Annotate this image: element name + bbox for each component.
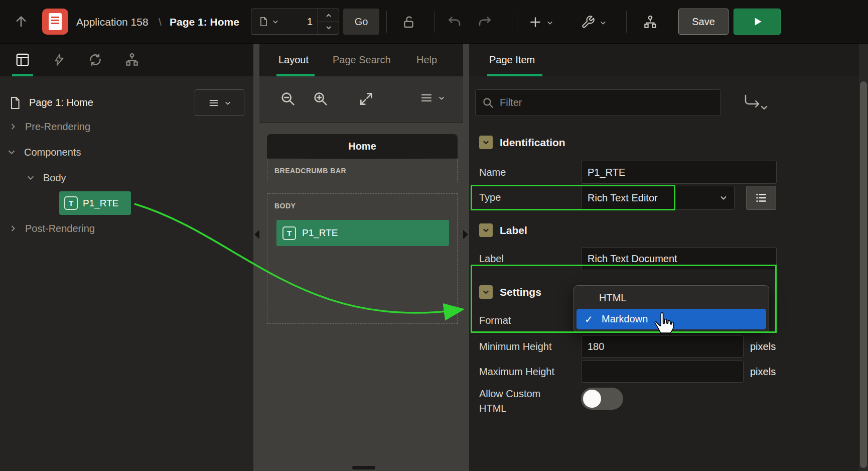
tree-root-page[interactable]: Page 1: Home bbox=[8, 89, 93, 116]
tree-item-components[interactable]: Components bbox=[6, 141, 81, 163]
shared-components-icon[interactable] bbox=[641, 13, 659, 31]
left-panel-tabbar bbox=[0, 44, 253, 76]
save-button[interactable]: Save bbox=[678, 9, 729, 35]
search-icon bbox=[482, 96, 495, 109]
type-select[interactable]: Rich Text Editor bbox=[581, 186, 735, 210]
section-collapse-icon[interactable] bbox=[479, 136, 493, 149]
page-stepper bbox=[318, 9, 339, 34]
tree-item-label: Components bbox=[24, 147, 81, 158]
unlock-icon[interactable] bbox=[400, 13, 418, 31]
minimum-height-input[interactable] bbox=[581, 335, 744, 358]
layout-menu-button[interactable] bbox=[420, 92, 445, 104]
top-toolbar: Application 158 \ Page 1: Home 1 Go bbox=[0, 0, 868, 44]
app-title: Application 158 bbox=[76, 0, 149, 44]
create-button[interactable] bbox=[528, 15, 543, 30]
sitemap-icon bbox=[124, 52, 139, 67]
layout-panel: Layout Page Search Help Home BREADCRUMB bbox=[253, 44, 469, 471]
tab-layout[interactable]: Layout bbox=[278, 44, 309, 76]
wrench-icon bbox=[581, 15, 595, 29]
up-arrow-icon[interactable] bbox=[13, 14, 29, 30]
breadcrumb-separator: \ bbox=[159, 0, 162, 44]
goto-group-icon bbox=[743, 94, 768, 112]
expand-icon[interactable] bbox=[358, 91, 374, 107]
refresh-loop-icon bbox=[88, 52, 103, 67]
filter-input[interactable] bbox=[475, 89, 721, 116]
text-item-icon: T bbox=[282, 226, 296, 240]
section-title: Settings bbox=[500, 286, 541, 298]
chevron-down-icon bbox=[224, 99, 231, 106]
collapse-left-panel-handle[interactable] bbox=[254, 230, 259, 239]
name-input[interactable] bbox=[581, 161, 777, 184]
region-breadcrumb-bar[interactable]: BREADCRUMB BAR bbox=[267, 159, 458, 182]
type-picker-button[interactable] bbox=[746, 186, 776, 210]
run-button[interactable] bbox=[734, 9, 781, 35]
utilities-button[interactable] bbox=[580, 14, 596, 30]
section-identification: Identification bbox=[479, 136, 565, 149]
tab-page-shared-components[interactable] bbox=[121, 49, 143, 71]
collapse-right-panel-handle[interactable] bbox=[463, 230, 468, 239]
allow-custom-html-label: Allow Custom HTML bbox=[479, 387, 554, 416]
minimum-height-unit: pixels bbox=[750, 335, 776, 358]
page-down-button[interactable] bbox=[318, 22, 339, 35]
tree-item-label: Pre-Rendering bbox=[25, 121, 90, 133]
canvas-page-header[interactable]: Home bbox=[267, 134, 458, 159]
tree-item-label: P1_RTE bbox=[83, 198, 118, 209]
region-body[interactable]: BODY T P1_RTE bbox=[267, 193, 458, 324]
allow-custom-html-toggle[interactable] bbox=[581, 388, 623, 410]
chevron-down-icon bbox=[6, 147, 17, 158]
format-label: Format bbox=[479, 308, 511, 332]
maximum-height-input[interactable] bbox=[581, 361, 744, 383]
tree-item-pre-rendering[interactable]: Pre-Rendering bbox=[8, 115, 90, 138]
zoom-in-icon[interactable] bbox=[312, 90, 329, 107]
section-title: Identification bbox=[500, 137, 565, 149]
goto-group-dropdown[interactable] bbox=[743, 94, 768, 112]
go-button[interactable]: Go bbox=[343, 9, 379, 35]
page-title: Page 1: Home bbox=[170, 0, 239, 44]
utilities-menu-chevron-icon[interactable] bbox=[599, 19, 607, 27]
create-menu-chevron-icon[interactable] bbox=[546, 19, 554, 27]
tree-item-post-rendering[interactable]: Post-Rendering bbox=[8, 217, 95, 240]
undo-icon[interactable] bbox=[446, 14, 464, 31]
tree-item-body[interactable]: Body bbox=[25, 167, 66, 189]
tree-menu-button[interactable] bbox=[195, 89, 244, 116]
redo-icon[interactable] bbox=[476, 14, 494, 31]
tab-processing[interactable] bbox=[84, 49, 106, 71]
chevron-right-icon bbox=[8, 223, 18, 233]
page-selector: 1 bbox=[251, 9, 339, 35]
page-designer: Application 158 \ Page 1: Home 1 Go bbox=[0, 0, 868, 471]
menu-item-html[interactable]: HTML bbox=[575, 287, 768, 309]
tab-dynamic-actions[interactable] bbox=[48, 49, 70, 71]
tree-item-p1-rte-selected[interactable]: T P1_RTE bbox=[59, 191, 131, 215]
section-collapse-icon[interactable] bbox=[479, 285, 493, 299]
tree-root-label: Page 1: Home bbox=[29, 97, 93, 108]
chevron-down-icon bbox=[25, 172, 36, 183]
toggle-knob bbox=[583, 390, 601, 408]
chevron-down-icon bbox=[719, 193, 728, 202]
rendering-tree-panel: Page 1: Home Pre-Rendering Components Bo… bbox=[0, 76, 253, 471]
minimum-height-label: Minimum Height bbox=[479, 335, 551, 358]
page-up-button[interactable] bbox=[318, 9, 339, 22]
section-collapse-icon[interactable] bbox=[479, 223, 493, 237]
menu-item-markdown[interactable]: ✓ Markdown bbox=[576, 309, 766, 329]
tab-help[interactable]: Help bbox=[416, 44, 437, 76]
zoom-out-icon[interactable] bbox=[279, 90, 297, 107]
label-input[interactable] bbox=[581, 247, 777, 270]
center-tabbar: Layout Page Search Help bbox=[259, 44, 463, 76]
page-number-input[interactable]: 1 bbox=[279, 16, 318, 28]
page-icon bbox=[8, 95, 22, 110]
tree-item-label: Post-Rendering bbox=[25, 223, 95, 234]
page-finder-button[interactable] bbox=[251, 16, 279, 28]
tab-page-search[interactable]: Page Search bbox=[333, 44, 391, 76]
right-panel-scrollbar[interactable] bbox=[859, 44, 868, 471]
canvas-page-title: Home bbox=[348, 141, 376, 152]
chevron-down-icon bbox=[438, 94, 445, 101]
tab-rendering[interactable] bbox=[12, 49, 34, 71]
play-icon bbox=[751, 15, 764, 28]
canvas-item-p1-rte[interactable]: T P1_RTE bbox=[276, 220, 449, 246]
canvas-horizontal-scrollbar[interactable] bbox=[352, 466, 375, 469]
region-label: BREADCRUMB BAR bbox=[274, 167, 346, 175]
scrollbar-thumb[interactable] bbox=[860, 81, 867, 468]
tab-page-item[interactable]: Page Item bbox=[489, 44, 535, 76]
chevron-down-icon bbox=[272, 18, 279, 25]
maximum-height-label: Maximum Height bbox=[479, 361, 554, 383]
